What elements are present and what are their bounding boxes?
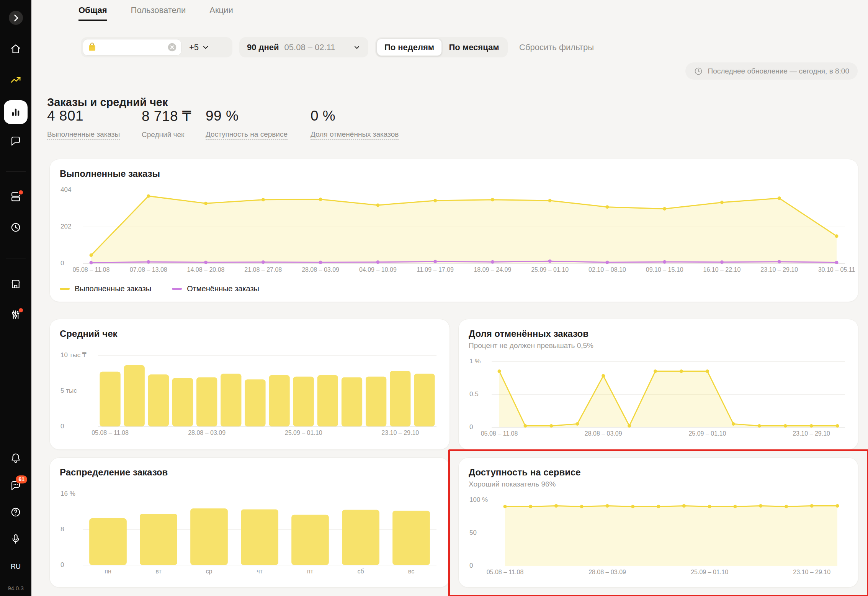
sidebar-divider [6, 258, 26, 258]
bell-icon [10, 452, 22, 464]
sidebar-item-reviews[interactable] [0, 135, 31, 147]
cancelled-share-chart: 1 %0.5005.08 – 11.0828.08 – 03.0925.09 –… [469, 358, 848, 440]
card-subtitle: Хороший показатель 96% [469, 480, 556, 488]
messages-icon: 61 [10, 479, 22, 491]
card-title: Доля отменённых заказов [469, 328, 588, 339]
sidebar-item-statistics[interactable] [0, 74, 31, 86]
kpi-average-check: 8 718 ₸ Средний чек [142, 108, 191, 140]
clock-icon [694, 67, 703, 76]
legend-cancelled-orders[interactable]: Отменённые заказы [172, 284, 259, 293]
legend-completed-orders[interactable]: Выполненные заказы [60, 284, 151, 293]
chevron-down-icon [353, 44, 361, 51]
order-distribution-chart: 16 %80пнвтсрчтптсбвс [60, 490, 440, 578]
legend-label: Выполненные заказы [75, 284, 151, 293]
sidebar-item-metrics-active[interactable] [0, 100, 31, 124]
sidebar: 61 RU 94.0.3 [0, 0, 31, 596]
storefront-icon [10, 278, 22, 290]
filter-row: +5 90 дней 05.08 – 02.11 По неделям По м… [81, 37, 594, 57]
place-icon [87, 42, 97, 52]
sidebar-item-store[interactable] [0, 278, 31, 290]
card-cancelled-share: Доля отменённых заказов Процент не долже… [458, 319, 858, 450]
notification-dot [18, 189, 24, 195]
card-title: Распределение заказов [60, 467, 168, 478]
legend-label: Отменённые заказы [187, 284, 259, 293]
clear-search-icon[interactable] [167, 42, 177, 52]
app-version: 94.0.3 [0, 585, 31, 591]
group-by-week-button[interactable]: По неделям [377, 39, 442, 56]
kpi-availability: 99 % Доступность на сервисе [206, 108, 288, 140]
section-title: Заказы и средний чек [47, 96, 168, 109]
sidebar-item-history[interactable] [0, 221, 31, 234]
sidebar-expand-button[interactable] [0, 11, 31, 25]
more-places-count: +5 [189, 42, 199, 52]
card-title: Выполненные заказы [60, 168, 160, 179]
kpi-value: 8 718 ₸ [142, 108, 191, 124]
period-label: 90 дней [247, 42, 279, 52]
tab-users[interactable]: Пользователи [131, 5, 186, 21]
period-range: 05.08 – 02.11 [284, 42, 335, 52]
grouping-toggle: По неделям По месяцам [375, 37, 508, 57]
availability-chart: 100 %50005.08 – 11.0828.08 – 03.0925.09 … [469, 496, 848, 579]
bar-chart-icon [4, 100, 28, 124]
legend-swatch-yellow [60, 288, 70, 290]
orders-stack-icon [10, 191, 22, 203]
kpi-value: 0 % [311, 108, 399, 124]
card-subtitle: Процент не должен превышать 0,5% [469, 341, 593, 350]
reset-filters-button[interactable]: Сбросить фильтры [519, 42, 594, 52]
sidebar-item-orders[interactable] [0, 191, 31, 203]
language-switcher[interactable]: RU [0, 563, 31, 571]
chart-legend: Выполненные заказы Отменённые заказы [60, 284, 259, 293]
kpi-value: 4 801 [47, 108, 120, 124]
card-title: Средний чек [60, 328, 118, 339]
sidebar-item-help[interactable] [0, 506, 31, 518]
help-icon [10, 506, 22, 518]
sliders-icon [10, 309, 22, 321]
card-availability: Доступность на сервисе Хороший показател… [458, 457, 858, 588]
tab-general[interactable]: Общая [78, 5, 107, 21]
kpi-label-link[interactable]: Выполненные заказы [47, 130, 120, 140]
tab-promotions[interactable]: Акции [209, 5, 233, 21]
history-clock-icon [10, 221, 22, 234]
more-places-dropdown[interactable]: +5 [181, 42, 216, 52]
sidebar-divider [6, 171, 26, 171]
kpi-value: 99 % [206, 108, 288, 124]
microphone-icon [10, 533, 22, 545]
card-title: Доступность на сервисе [469, 467, 581, 478]
place-filter: +5 [81, 37, 232, 57]
card-order-distribution: Распределение заказов 16 %80пнвтсрчтптсб… [49, 457, 450, 588]
kpi-label-link[interactable]: Доля отменённых заказов [311, 130, 399, 140]
card-average-check: Средний чек 10 тыс ₸5 тыс005.08 – 11.082… [49, 319, 450, 450]
kpi-label-link[interactable]: Средний чек [142, 131, 184, 140]
average-check-chart: 10 тыс ₸5 тыс005.08 – 11.0828.08 – 03.09… [60, 351, 440, 439]
search-input[interactable] [100, 42, 165, 52]
card-completed-orders: Выполненные заказы 404202005.08 – 11.080… [49, 159, 858, 302]
kpi-completed-orders: 4 801 Выполненные заказы [47, 108, 120, 140]
trend-up-icon [10, 74, 22, 86]
sidebar-item-home[interactable] [0, 43, 31, 55]
notification-dot [18, 307, 24, 313]
search-box[interactable] [83, 39, 181, 56]
page-tabs: Общая Пользователи Акции [78, 5, 233, 21]
group-by-month-button[interactable]: По месяцам [442, 39, 506, 56]
sidebar-item-support-call[interactable] [0, 533, 31, 545]
last-update-text: Последнее обновление — сегодня, в 8:00 [708, 67, 849, 75]
sidebar-item-notifications[interactable] [0, 452, 31, 464]
sidebar-item-messages[interactable]: 61 [0, 479, 31, 491]
sidebar-item-settings[interactable] [0, 309, 31, 321]
chat-bubble-icon [10, 135, 22, 147]
kpi-cancelled-share: 0 % Доля отменённых заказов [311, 108, 399, 140]
completed-orders-chart: 404202005.08 – 11.0807.08 – 13.0814.08 –… [60, 186, 848, 276]
legend-swatch-purple [172, 288, 182, 290]
last-update-badge: Последнее обновление — сегодня, в 8:00 [685, 62, 858, 80]
messages-count-badge: 61 [16, 475, 27, 483]
chevron-right-icon [10, 12, 21, 24]
home-icon [10, 43, 22, 55]
period-dropdown[interactable]: 90 дней 05.08 – 02.11 [239, 37, 368, 57]
chevron-down-icon [202, 44, 209, 51]
kpi-label-link[interactable]: Доступность на сервисе [206, 130, 288, 140]
